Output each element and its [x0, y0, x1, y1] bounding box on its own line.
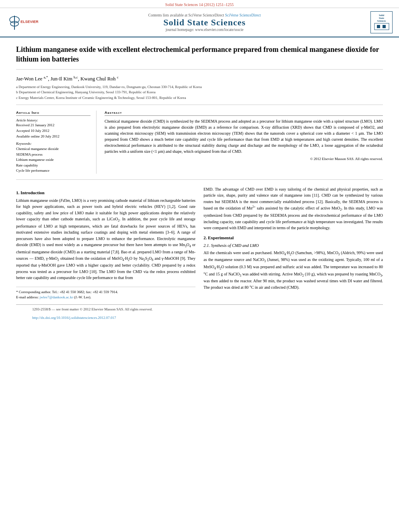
page-footer: 1293-2558/$ — see front matter © 2012 El…	[16, 304, 383, 314]
journal-citation: Solid State Sciences 14 (2012) 1251–1255	[165, 2, 234, 7]
solid-state-sciences-logo: Solid State Sciences	[370, 11, 393, 33]
author-jaewin: Jae-Won Lee a,*	[16, 76, 48, 82]
footnote-area: * Corresponding author. Tel.: +82 41 550…	[16, 287, 195, 300]
keywords-label: Keywords:	[16, 142, 90, 146]
footnote-corresponding: * Corresponding author. Tel.: +82 41 550…	[16, 290, 195, 295]
sciverse-line: Contents lists available at SciVerse Sci…	[43, 13, 366, 17]
section1-text-left: Lithium manganese oxide (Fd3m, LMO) is a…	[16, 197, 195, 281]
keyword-2: SEDEMA process	[16, 152, 90, 158]
logo-line1: Solid	[379, 14, 384, 17]
body-left-column: 1. Introduction Lithium manganese oxide …	[16, 186, 195, 300]
section2-number: 2.	[204, 235, 207, 240]
journal-homepage: journal homepage: www.elsevier.com/locat…	[43, 28, 366, 32]
section1-heading: 1. Introduction	[16, 190, 195, 195]
footnote-email: E-mail address: jwlee7@dankook.ac.kr (J.…	[16, 295, 195, 300]
keyword-3: Lithium manganese oxide	[16, 157, 90, 163]
issn-text: 1293-2558/$ — see front matter © 2012 El…	[32, 307, 152, 311]
synthesis-paragraph: All the chemicals were used as purchased…	[204, 250, 383, 291]
affiliation-b: b Department of Chemical Engineering, Ha…	[16, 90, 383, 95]
abstract-body: Chemical manganese dioxide (CMD) is synt…	[105, 118, 383, 154]
available-date: Available online 20 July 2012	[16, 134, 90, 138]
svg-rect-6	[377, 25, 380, 28]
section2-1-number: 2.1.	[204, 243, 210, 248]
svg-rect-7	[383, 25, 386, 28]
intro-paragraph: Lithium manganese oxide (Fd3m, LMO) is a…	[16, 197, 195, 281]
section2-heading: 2. Experimental	[204, 235, 383, 240]
abstract-heading: Abstract	[105, 111, 383, 116]
info-abstract-section: Article Info Article history: Received 2…	[16, 111, 383, 180]
abstract-copyright: © 2012 Elsevier Masson SAS. All rights r…	[105, 157, 383, 161]
email-label: E-mail address:	[16, 295, 39, 299]
affiliations: a Department of Energy Engineering, Dank…	[16, 84, 383, 105]
received-date: Received 21 January 2012	[16, 123, 90, 127]
authors-line: Jae-Won Lee a,*, Jun-Il Kim b,c, Kwang C…	[16, 75, 383, 82]
section2-1-text: All the chemicals were used as purchased…	[204, 250, 383, 291]
section2-title: Experimental	[208, 235, 234, 240]
article-title: Lithium manganese oxide with excellent e…	[16, 45, 383, 70]
page: Solid State Sciences 14 (2012) 1251–1255…	[0, 0, 399, 532]
history-label: Article history:	[16, 118, 90, 122]
journal-title: Solid State Sciences	[43, 17, 366, 28]
section1-number: 1.	[16, 190, 19, 195]
logo-line3: Sciences	[377, 20, 386, 23]
intro-paragraph-right: EMD. The advantage of CMD over EMD is ea…	[204, 186, 383, 231]
section2-1-heading: 2.1. Synthesis of CMD and LMO	[204, 243, 383, 248]
body-right-column: EMD. The advantage of CMD over EMD is ea…	[204, 186, 383, 300]
article-content: Lithium manganese oxide with excellent e…	[0, 37, 399, 333]
elsevier-logo: ELSEVIER	[6, 12, 39, 33]
elsevier-logo-svg: ELSEVIER	[6, 12, 39, 32]
sciverse-text: Contents lists available at SciVerse Sci…	[148, 13, 224, 17]
email-name: (J.-W. Lee).	[74, 295, 91, 299]
article-info-panel: Article Info Article history: Received 2…	[16, 111, 97, 174]
section1-text-right: EMD. The advantage of CMD over EMD is ea…	[204, 186, 383, 231]
author-kwang: Kwang Chul Roh c	[80, 76, 119, 82]
journal-center: Contents lists available at SciVerse Sci…	[43, 13, 366, 32]
abstract-panel: Abstract Chemical manganese dioxide (CMD…	[105, 111, 383, 174]
keyword-1: Chemical manganese dioxide	[16, 146, 90, 152]
journal-header: ELSEVIER Contents lists available at Sci…	[0, 8, 399, 37]
article-info-heading: Article Info	[16, 111, 90, 116]
keyword-easy: easy	[279, 187, 286, 191]
logo-icon-svg	[374, 23, 390, 31]
affiliation-a: a Department of Energy Engineering, Dank…	[16, 84, 383, 90]
section1-title: Introduction	[21, 190, 45, 195]
keyword-5: Cycle life performance	[16, 168, 90, 174]
accepted-date: Accepted 10 July 2012	[16, 129, 90, 133]
doi-link[interactable]: http://dx.doi.org/10.1016/j.solidstatesc…	[32, 316, 116, 320]
svg-rect-5	[374, 23, 389, 30]
logo-line2: State	[379, 17, 384, 20]
email-link[interactable]: jwlee7@dankook.ac.kr	[39, 295, 73, 299]
body-columns: 1. Introduction Lithium manganese oxide …	[16, 186, 383, 300]
section2-1-title: Synthesis of CMD and LMO	[211, 243, 259, 248]
author-junil: Jun-Il Kim b,c	[50, 76, 78, 82]
affiliation-c: c Energy Materials Center, Korea Institu…	[16, 95, 383, 101]
svg-text:ELSEVIER: ELSEVIER	[21, 20, 39, 24]
keyword-4: Rate capability	[16, 163, 90, 168]
journal-citation-banner: Solid State Sciences 14 (2012) 1251–1255	[0, 0, 399, 8]
doi-line: http://dx.doi.org/10.1016/j.solidstatesc…	[16, 314, 383, 324]
sciverse-link[interactable]: SciVerse ScienceDirect	[225, 13, 261, 17]
